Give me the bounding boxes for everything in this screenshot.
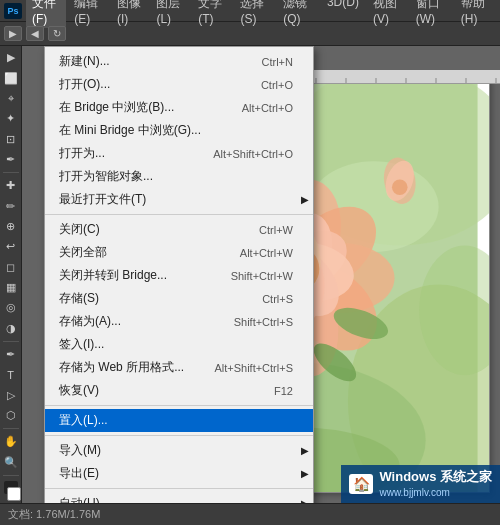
tool-separator-4: [3, 475, 19, 476]
tool-dodge[interactable]: ◑: [1, 318, 21, 337]
menu-close-bridge[interactable]: 关闭并转到 Bridge... Shift+Ctrl+W: [45, 264, 313, 287]
menu-sep-3: [45, 435, 313, 436]
menu-text[interactable]: 文字(T): [192, 0, 232, 28]
menu-filter[interactable]: 滤镜(Q): [277, 0, 319, 28]
canvas-area: 5 10 15 20 25: [22, 46, 500, 503]
tool-quick-select[interactable]: ✦: [1, 109, 21, 128]
menu-check-in[interactable]: 签入(I)...: [45, 333, 313, 356]
menu-select[interactable]: 选择(S): [234, 0, 275, 28]
menu-place[interactable]: 置入(L)...: [45, 409, 313, 432]
tool-brush[interactable]: ✏: [1, 196, 21, 215]
tool-hand[interactable]: ✋: [1, 432, 21, 451]
menu-window[interactable]: 窗口(W): [410, 0, 453, 28]
menu-help[interactable]: 帮助(H): [455, 0, 496, 28]
tool-zoom[interactable]: 🔍: [1, 452, 21, 471]
tool-move[interactable]: ▶: [1, 48, 21, 67]
tool-shape[interactable]: ⬡: [1, 406, 21, 425]
tool-history-brush[interactable]: ↩: [1, 237, 21, 256]
toolbar: ▶ ⬜ ⌖ ✦ ⊡ ✒ ✚ ✏ ⊕ ↩ ◻ ▦ ◎ ◑ ✒ T ▷ ⬡ ✋ 🔍: [0, 46, 22, 503]
menu-image[interactable]: 图像(I): [111, 0, 148, 28]
options-btn-1[interactable]: ▶: [4, 26, 22, 41]
menu-view[interactable]: 视图(V): [367, 0, 408, 28]
tool-pen[interactable]: ✒: [1, 345, 21, 364]
menu-browse-mini-bridge[interactable]: 在 Mini Bridge 中浏览(G)...: [45, 119, 313, 142]
tool-blur[interactable]: ◎: [1, 298, 21, 317]
menu-browse-bridge[interactable]: 在 Bridge 中浏览(B)... Alt+Ctrl+O: [45, 96, 313, 119]
tool-marquee[interactable]: ⬜: [1, 68, 21, 87]
menu-edit[interactable]: 编辑(E): [68, 0, 109, 28]
tool-heal[interactable]: ✚: [1, 176, 21, 195]
menu-sep-2: [45, 405, 313, 406]
menu-3d[interactable]: 3D(D): [321, 0, 365, 28]
menu-sep-4: [45, 488, 313, 489]
tool-path-select[interactable]: ▷: [1, 385, 21, 404]
file-dropdown-menu: 新建(N)... Ctrl+N 打开(O)... Ctrl+O 在 Bridge…: [44, 46, 314, 503]
tool-crop[interactable]: ⊡: [1, 129, 21, 148]
menu-bar-items: 文件(F) 编辑(E) 图像(I) 图层(L) 文字(T) 选择(S) 滤镜(Q…: [26, 0, 496, 28]
options-btn-3[interactable]: ↻: [48, 26, 66, 41]
menu-close[interactable]: 关闭(C) Ctrl+W: [45, 218, 313, 241]
tool-separator-2: [3, 341, 19, 342]
tool-eraser[interactable]: ◻: [1, 257, 21, 276]
menu-file[interactable]: 文件(F): [26, 0, 66, 28]
menu-save[interactable]: 存储(S) Ctrl+S: [45, 287, 313, 310]
main-area: ▶ ⬜ ⌖ ✦ ⊡ ✒ ✚ ✏ ⊕ ↩ ◻ ▦ ◎ ◑ ✒ T ▷ ⬡ ✋ 🔍: [0, 46, 500, 503]
menu-open-as[interactable]: 打开为... Alt+Shift+Ctrl+O: [45, 142, 313, 165]
menu-layer[interactable]: 图层(L): [150, 0, 190, 28]
menu-recent-files[interactable]: 最近打开文件(T) ▶: [45, 188, 313, 211]
ps-logo-icon: Ps: [4, 3, 22, 19]
status-text: 文档: 1.76M/1.76M: [8, 507, 100, 522]
menu-save-as[interactable]: 存储为(A)... Shift+Ctrl+S: [45, 310, 313, 333]
menu-save-web[interactable]: 存储为 Web 所用格式... Alt+Shift+Ctrl+S: [45, 356, 313, 379]
menu-new[interactable]: 新建(N)... Ctrl+N: [45, 50, 313, 73]
menu-bar: Ps 文件(F) 编辑(E) 图像(I) 图层(L) 文字(T) 选择(S) 滤…: [0, 0, 500, 22]
tool-separator-3: [3, 428, 19, 429]
tool-gradient[interactable]: ▦: [1, 278, 21, 297]
tool-stamp[interactable]: ⊕: [1, 217, 21, 236]
menu-automate[interactable]: 自动(U) ▶: [45, 492, 313, 503]
ps-logo: Ps: [4, 2, 22, 20]
menu-sep-1: [45, 214, 313, 215]
tool-text[interactable]: T: [1, 365, 21, 384]
options-btn-2[interactable]: ◀: [26, 26, 44, 41]
menu-open[interactable]: 打开(O)... Ctrl+O: [45, 73, 313, 96]
menu-import[interactable]: 导入(M) ▶: [45, 439, 313, 462]
menu-revert[interactable]: 恢复(V) F12: [45, 379, 313, 402]
menu-close-all[interactable]: 关闭全部 Alt+Ctrl+W: [45, 241, 313, 264]
status-bar: 文档: 1.76M/1.76M: [0, 503, 500, 525]
tool-lasso[interactable]: ⌖: [1, 89, 21, 108]
menu-open-smart[interactable]: 打开为智能对象...: [45, 165, 313, 188]
tool-background-color[interactable]: [7, 487, 21, 501]
dropdown-overlay: 新建(N)... Ctrl+N 打开(O)... Ctrl+O 在 Bridge…: [22, 46, 500, 503]
tool-eyedropper[interactable]: ✒: [1, 150, 21, 169]
tool-separator-1: [3, 172, 19, 173]
menu-export[interactable]: 导出(E) ▶: [45, 462, 313, 485]
